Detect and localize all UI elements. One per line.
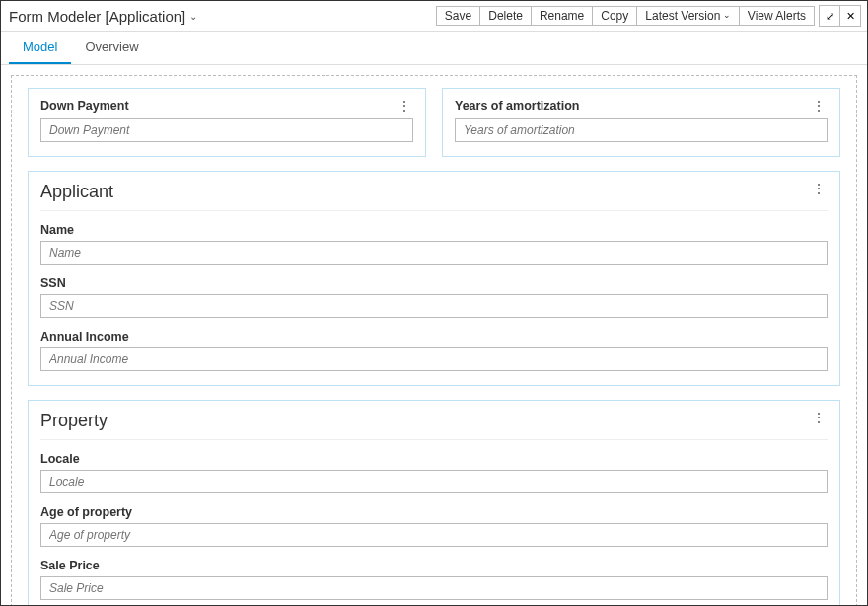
kebab-menu-icon[interactable]: ⋮ xyxy=(810,182,828,195)
top-row: Down Payment ⋮ Years of amortization ⋮ xyxy=(28,88,840,157)
form-canvas[interactable]: Down Payment ⋮ Years of amortization ⋮ xyxy=(11,75,857,606)
field-label-locale: Locale xyxy=(40,452,828,466)
field-label-sale-price: Sale Price xyxy=(40,559,828,572)
field-label-years-amort: Years of amortization xyxy=(455,99,579,113)
field-label-ssn: SSN xyxy=(40,276,828,290)
field-group-name: Name xyxy=(40,223,828,265)
section-property[interactable]: Property ⋮ Locale Age of property Sale P… xyxy=(28,400,840,606)
canvas-wrapper: Down Payment ⋮ Years of amortization ⋮ xyxy=(1,65,867,606)
card-header: Years of amortization ⋮ xyxy=(455,99,828,113)
field-group-annual-income: Annual Income xyxy=(40,330,828,371)
section-title-applicant: Applicant xyxy=(40,182,113,202)
field-label-name: Name xyxy=(40,223,828,237)
view-alerts-button[interactable]: View Alerts xyxy=(739,6,815,26)
delete-button[interactable]: Delete xyxy=(479,6,532,26)
field-card-years-amort[interactable]: Years of amortization ⋮ xyxy=(442,88,840,157)
field-label-annual-income: Annual Income xyxy=(40,330,828,343)
field-group-age-of-property: Age of property xyxy=(40,505,828,547)
years-amort-input[interactable] xyxy=(455,118,828,142)
save-button[interactable]: Save xyxy=(436,6,480,26)
section-header: Property ⋮ xyxy=(40,411,828,440)
expand-icon[interactable]: ⤢ xyxy=(819,5,840,27)
field-group-ssn: SSN xyxy=(40,276,828,318)
rename-button[interactable]: Rename xyxy=(531,6,593,26)
chevron-down-icon[interactable]: ⌄ xyxy=(189,11,197,22)
kebab-menu-icon[interactable]: ⋮ xyxy=(810,99,828,113)
kebab-menu-icon[interactable]: ⋮ xyxy=(396,99,413,113)
page-title: Form Modeler [Application] ⌄ xyxy=(9,8,197,25)
field-group-sale-price: Sale Price xyxy=(40,559,828,600)
page-title-text: Form Modeler [Application] xyxy=(9,8,185,25)
close-icon[interactable]: ✕ xyxy=(839,5,861,27)
annual-income-input[interactable] xyxy=(40,347,828,371)
section-header: Applicant ⋮ xyxy=(40,182,828,211)
col-down-payment: Down Payment ⋮ xyxy=(28,88,426,157)
col-years-amort: Years of amortization ⋮ xyxy=(442,88,840,157)
app-header: Form Modeler [Application] ⌄ Save Delete… xyxy=(1,1,867,32)
ssn-input[interactable] xyxy=(40,294,828,318)
section-title-property: Property xyxy=(40,411,108,431)
locale-input[interactable] xyxy=(40,470,828,493)
section-applicant[interactable]: Applicant ⋮ Name SSN Annual Income xyxy=(28,171,840,386)
field-label-age-of-property: Age of property xyxy=(40,505,828,519)
tab-overview[interactable]: Overview xyxy=(71,32,152,64)
card-header: Down Payment ⋮ xyxy=(40,99,413,113)
latest-version-dropdown[interactable]: Latest Version xyxy=(636,6,740,26)
name-input[interactable] xyxy=(40,241,828,265)
sale-price-input[interactable] xyxy=(40,576,828,600)
down-payment-input[interactable] xyxy=(40,118,413,142)
field-group-locale: Locale xyxy=(40,452,828,493)
header-actions: Save Delete Rename Copy Latest Version V… xyxy=(436,5,861,27)
copy-button[interactable]: Copy xyxy=(592,6,637,26)
field-label-down-payment: Down Payment xyxy=(40,99,129,113)
age-of-property-input[interactable] xyxy=(40,523,828,547)
tabs: Model Overview xyxy=(1,32,867,65)
field-card-down-payment[interactable]: Down Payment ⋮ xyxy=(28,88,426,157)
kebab-menu-icon[interactable]: ⋮ xyxy=(810,411,828,424)
tab-model[interactable]: Model xyxy=(9,32,71,64)
